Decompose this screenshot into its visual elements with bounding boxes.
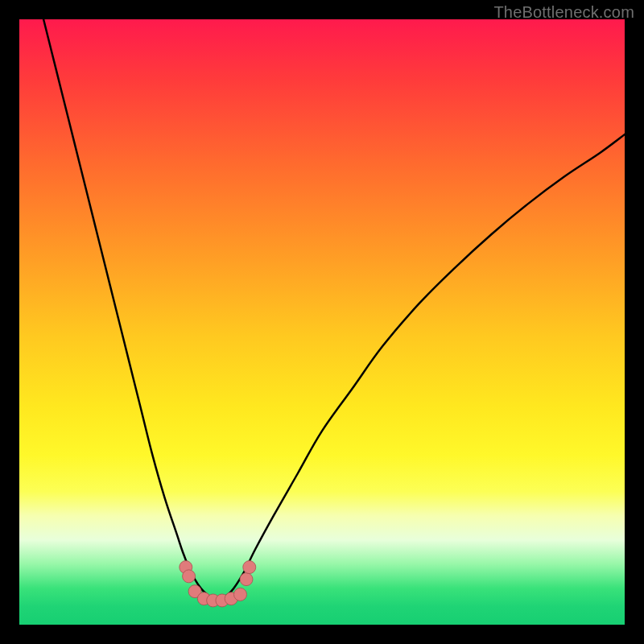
marker-dot — [243, 561, 256, 574]
chart-area — [19, 19, 625, 625]
right-curve — [219, 134, 625, 601]
marker-dot — [240, 573, 253, 586]
marker-cluster — [180, 561, 256, 607]
marker-dot — [183, 570, 196, 583]
watermark-text: TheBottleneck.com — [493, 3, 634, 22]
marker-dot — [233, 588, 246, 601]
left-curve — [43, 19, 219, 601]
chart-svg — [19, 19, 625, 625]
